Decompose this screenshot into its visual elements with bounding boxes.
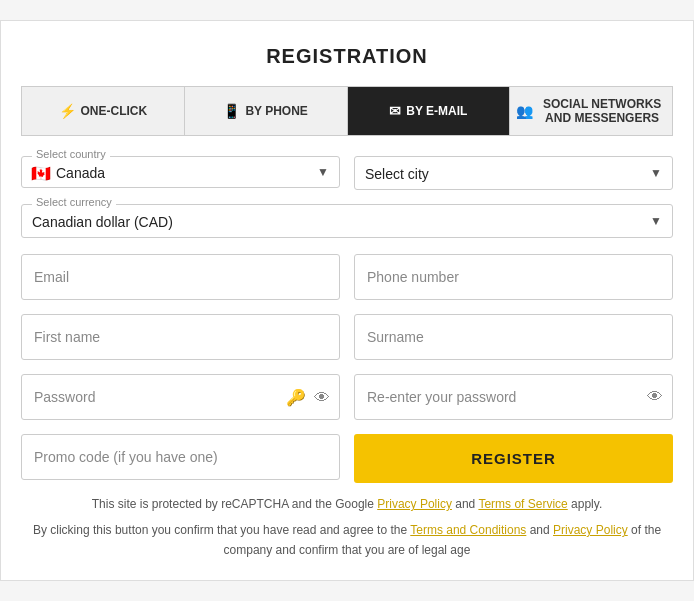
tab-by-phone-label: BY PHONE [245, 104, 307, 118]
email-group [21, 254, 340, 300]
captcha-text: This site is protected by reCAPTCHA and … [21, 497, 673, 511]
captcha-prefix: This site is protected by reCAPTCHA and … [92, 497, 377, 511]
email-phone-row [21, 254, 673, 300]
terms-of-service-link[interactable]: Terms of Service [478, 497, 567, 511]
currency-row: Select currency Canadian dollar (CAD) US… [21, 204, 673, 238]
eye-icon[interactable]: 👁 [314, 388, 330, 406]
page-title: REGISTRATION [21, 45, 673, 68]
tab-one-click-label: ONE-CLICK [81, 104, 148, 118]
currency-group: Select currency Canadian dollar (CAD) US… [21, 204, 673, 238]
firstname-group [21, 314, 340, 360]
surname-input[interactable] [354, 314, 673, 360]
email-input[interactable] [21, 254, 340, 300]
captcha-and: and [452, 497, 478, 511]
tab-social[interactable]: 👥 SOCIAL NETWORKS AND MESSENGERS [510, 87, 672, 135]
repassword-wrapper: 👁 [354, 374, 673, 420]
firstname-input[interactable] [21, 314, 340, 360]
agree-prefix: By clicking this button you confirm that… [33, 523, 410, 537]
canada-flag-icon: 🇨🇦 [32, 167, 50, 179]
password-row: 🔑 👁 👁 [21, 374, 673, 420]
tab-social-label: SOCIAL NETWORKS AND MESSENGERS [538, 97, 666, 125]
promo-register-row: REGISTER [21, 434, 673, 483]
tab-by-email[interactable]: ✉ BY E-MAIL [348, 87, 511, 135]
register-group: REGISTER [354, 434, 673, 483]
name-row [21, 314, 673, 360]
currency-wrapper: Select currency Canadian dollar (CAD) US… [21, 204, 673, 238]
city-wrapper: Select city Toronto Vancouver ▼ [354, 156, 673, 190]
repassword-eye-icon[interactable]: 👁 [647, 388, 663, 406]
repassword-input[interactable] [354, 374, 673, 420]
currency-label: Select currency [32, 196, 116, 208]
password-wrapper: 🔑 👁 [21, 374, 340, 420]
terms-conditions-link[interactable]: Terms and Conditions [410, 523, 526, 537]
email-icon: ✉ [389, 103, 401, 119]
registration-container: REGISTRATION ⚡ ONE-CLICK 📱 BY PHONE ✉ BY… [0, 20, 694, 580]
phone-icon: 📱 [223, 103, 240, 119]
country-city-row: Select country 🇨🇦 Canada United States U… [21, 156, 673, 190]
promo-group [21, 434, 340, 483]
lightning-icon: ⚡ [59, 103, 76, 119]
tabs: ⚡ ONE-CLICK 📱 BY PHONE ✉ BY E-MAIL 👥 SOC… [21, 86, 673, 136]
password-icons: 🔑 👁 [286, 388, 330, 407]
country-label: Select country [32, 148, 110, 160]
captcha-apply: apply. [568, 497, 602, 511]
country-wrapper: Select country 🇨🇦 Canada United States U… [21, 156, 340, 188]
promo-input[interactable] [21, 434, 340, 480]
surname-group [354, 314, 673, 360]
country-group: Select country 🇨🇦 Canada United States U… [21, 156, 340, 190]
agree-privacy-link[interactable]: Privacy Policy [553, 523, 628, 537]
agree-text: By clicking this button you confirm that… [21, 521, 673, 559]
phone-input[interactable] [354, 254, 673, 300]
repassword-icons: 👁 [647, 388, 663, 406]
city-select[interactable]: Select city Toronto Vancouver [365, 166, 662, 182]
city-group: Select city Toronto Vancouver ▼ [354, 156, 673, 190]
phone-group [354, 254, 673, 300]
privacy-policy-link[interactable]: Privacy Policy [377, 497, 452, 511]
tab-by-phone[interactable]: 📱 BY PHONE [185, 87, 348, 135]
country-select[interactable]: Canada United States United Kingdom [56, 165, 329, 181]
password-group: 🔑 👁 [21, 374, 340, 420]
tab-by-email-label: BY E-MAIL [406, 104, 467, 118]
tab-one-click[interactable]: ⚡ ONE-CLICK [22, 87, 185, 135]
country-flag-row: 🇨🇦 Canada United States United Kingdom [32, 165, 329, 181]
register-button[interactable]: REGISTER [354, 434, 673, 483]
currency-select[interactable]: Canadian dollar (CAD) US Dollar (USD) Eu… [32, 214, 662, 230]
key-icon: 🔑 [286, 388, 306, 407]
agree-and: and [526, 523, 553, 537]
social-icon: 👥 [516, 103, 533, 119]
repassword-group: 👁 [354, 374, 673, 420]
